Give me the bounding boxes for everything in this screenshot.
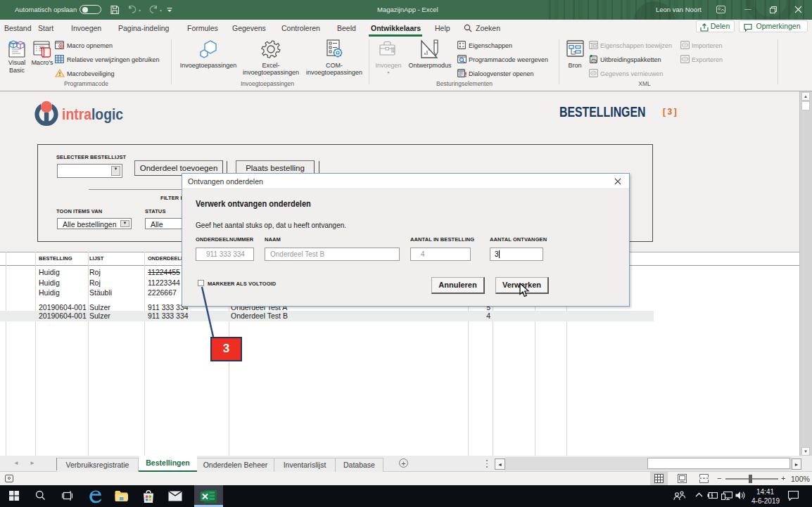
svg-text:intra: intra — [62, 105, 92, 123]
svg-text:xml: xml — [683, 58, 687, 60]
svg-text:xml: xml — [592, 72, 596, 75]
svg-text:xml: xml — [683, 44, 687, 46]
svg-text:xml: xml — [592, 60, 597, 63]
svg-text:logic: logic — [91, 105, 123, 123]
